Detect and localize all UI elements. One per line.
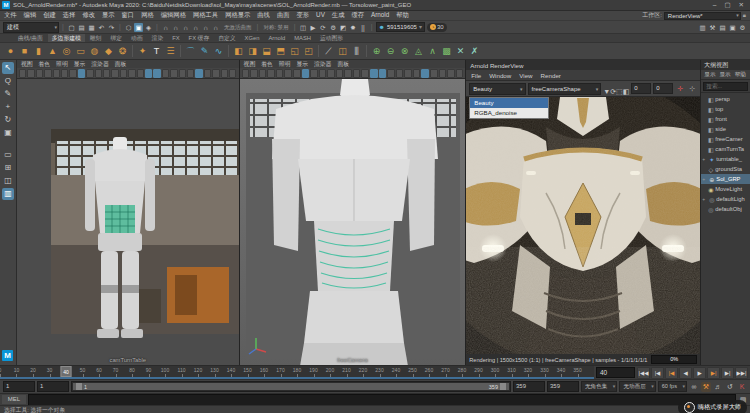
shelf-extract-icon[interactable]: ⬓ (260, 45, 273, 58)
shelf-smooth-icon[interactable]: ◱ (288, 45, 301, 58)
grid-icon[interactable] (78, 69, 85, 78)
outliner-menu-0[interactable]: 显示 (704, 71, 715, 79)
command-input[interactable] (28, 394, 736, 406)
shelf-tab-12[interactable]: 运动图形 (316, 34, 347, 42)
outliner-item-groundsta[interactable]: ◇groundSta (701, 164, 750, 174)
outliner-item-top[interactable]: ◧top (701, 104, 750, 114)
range-slider-handle[interactable]: 1 359 (73, 383, 509, 390)
outliner-item-camturnta[interactable]: ◧camTurnTa (701, 144, 750, 154)
shelf-separate-icon[interactable]: ◨ (246, 45, 259, 58)
shelf-tab-4[interactable]: 动画 (127, 34, 147, 42)
shelf-mirror-icon[interactable]: ▩ (440, 45, 453, 58)
outliner-menu-1[interactable]: 显示 (719, 71, 730, 79)
outliner-item-persp[interactable]: ◧persp (701, 94, 750, 104)
open-scene-icon[interactable]: ▤ (77, 23, 86, 32)
snap-to-grid-icon[interactable]: ∩ (161, 23, 170, 32)
attribute-editor-toggle-icon[interactable]: ▥ (698, 23, 707, 32)
lock-camera-icon[interactable] (27, 69, 34, 78)
shelf-ep-curve-icon[interactable]: ⌒ (184, 45, 197, 58)
shelf-type-tool-icon[interactable]: T (150, 45, 163, 58)
grid-icon[interactable] (302, 69, 310, 78)
range-start-handle[interactable] (76, 383, 82, 390)
isolate-select-icon[interactable] (221, 69, 228, 78)
new-scene-icon[interactable]: ▢ (67, 23, 76, 32)
lights-icon[interactable] (387, 69, 395, 78)
main-menu-item-9[interactable]: 网格工具 (193, 11, 218, 20)
timeline-track[interactable]: 0102030405060708090100110120130140150160… (0, 366, 594, 379)
exposure-field[interactable]: 0 (631, 83, 651, 94)
screen-space-ao-icon[interactable] (179, 69, 186, 78)
mute-audio-icon[interactable]: ♬ (713, 382, 723, 392)
lights-icon[interactable] (162, 69, 169, 78)
renderview-menu-render[interactable]: Render (541, 72, 561, 79)
aov-option-0[interactable]: Beauty (470, 98, 548, 108)
render-view-icon[interactable]: ◫ (299, 23, 308, 32)
screen-space-ao-icon[interactable] (404, 69, 412, 78)
xray-icon[interactable] (229, 69, 236, 78)
outliner-item-freecamer[interactable]: ◧freeCamer (701, 134, 750, 144)
viewport-freecamera-canvas[interactable]: freeCamera (240, 79, 466, 365)
main-menu-item-11[interactable]: 曲线 (257, 11, 270, 20)
step-forward-key-button[interactable]: ▶| (707, 367, 720, 379)
exposure-icon[interactable] (430, 69, 438, 78)
undo-icon[interactable]: ↶ (97, 23, 106, 32)
main-menu-item-5[interactable]: 显示 (102, 11, 115, 20)
four-pane-layout-button[interactable]: ⊞ (2, 162, 14, 174)
main-menu-item-17[interactable]: Arnold (371, 11, 389, 20)
shelf-boolean-intersection-icon[interactable]: ⊗ (398, 45, 411, 58)
select-component-icon[interactable]: ◈ (144, 23, 153, 32)
paint-select-tool[interactable]: ✎ (2, 88, 14, 100)
shelf-delete-vertex-icon[interactable]: ✗ (468, 45, 481, 58)
film-gate-icon[interactable] (310, 69, 318, 78)
outliner-menu-2[interactable]: 帮助 (735, 71, 746, 79)
resolution-gate-icon[interactable] (95, 69, 102, 78)
gamma-icon[interactable] (439, 69, 447, 78)
2d-pan-zoom-icon[interactable] (61, 69, 68, 78)
shelf-fill-hole-icon[interactable]: ⬒ (274, 45, 287, 58)
shelf-poly-disc-icon[interactable]: ◍ (88, 45, 101, 58)
shelf-svg-tool-icon[interactable]: ☰ (164, 45, 177, 58)
modeling-toolkit-toggle-icon[interactable]: ▣ (728, 23, 737, 32)
current-frame-field[interactable]: 40 (596, 367, 635, 378)
gate-mask-icon[interactable] (327, 69, 335, 78)
debug-shading-icon[interactable]: ◧ (623, 88, 630, 95)
camera-attributes-icon[interactable] (36, 69, 43, 78)
symmetry-dropdown[interactable]: 对称: 禁用 (262, 24, 291, 31)
viewport-camturntable-canvas[interactable]: camTurnTable (17, 79, 239, 365)
main-menu-item-4[interactable]: 修改 (82, 11, 95, 20)
shelf-arc-curve-icon[interactable]: ∿ (212, 45, 225, 58)
shelf-poly-cube-icon[interactable]: ■ (18, 45, 31, 58)
shelf-reduce-icon[interactable]: ◰ (302, 45, 315, 58)
workspace-dropdown[interactable]: RenderView* (664, 12, 741, 20)
render-image-area[interactable]: BeautyRGBA_denoise (466, 97, 700, 354)
shadows-icon[interactable] (396, 69, 404, 78)
redo-icon[interactable]: ↷ (107, 23, 116, 32)
shelf-boolean-difference-icon[interactable]: ⊖ (384, 45, 397, 58)
outliner-search-input[interactable] (703, 82, 748, 91)
anti-aliasing-icon[interactable] (421, 69, 429, 78)
lasso-select-tool[interactable]: Q (2, 75, 14, 87)
fps-dropdown[interactable]: 60 fps (658, 381, 687, 392)
main-menu-item-13[interactable]: 变形 (297, 11, 310, 20)
playback-end-field[interactable]: 359 (513, 381, 545, 392)
maximize-button[interactable]: ▢ (724, 1, 730, 9)
expand-icon[interactable]: + (702, 196, 707, 202)
select-hierarchy-icon[interactable]: ⬡ (124, 23, 133, 32)
isolate-select-icon[interactable] (447, 69, 455, 78)
shaded-icon[interactable] (370, 69, 378, 78)
field-chart-icon[interactable] (111, 69, 118, 78)
wireframe-icon[interactable] (137, 69, 144, 78)
current-frame-marker[interactable]: 40 (60, 366, 71, 377)
main-menu-item-14[interactable]: UV (316, 11, 325, 20)
select-camera-icon[interactable] (19, 69, 26, 78)
shelf-tab-2[interactable]: 雕刻 (86, 34, 106, 42)
aov-option-1[interactable]: RGBA_denoise (470, 108, 548, 118)
step-back-frame-button[interactable]: |◀ (651, 367, 664, 379)
bookmarks-icon[interactable] (267, 69, 275, 78)
tool-settings-toggle-icon[interactable]: ⚒ (708, 23, 717, 32)
hypershade-icon[interactable]: ◩ (339, 23, 348, 32)
move-tool[interactable]: + (2, 101, 14, 113)
main-menu-item-16[interactable]: 缓存 (351, 11, 364, 20)
animation-preferences-icon[interactable]: ⚒ (701, 382, 711, 392)
scale-tool[interactable]: ▣ (2, 127, 14, 139)
